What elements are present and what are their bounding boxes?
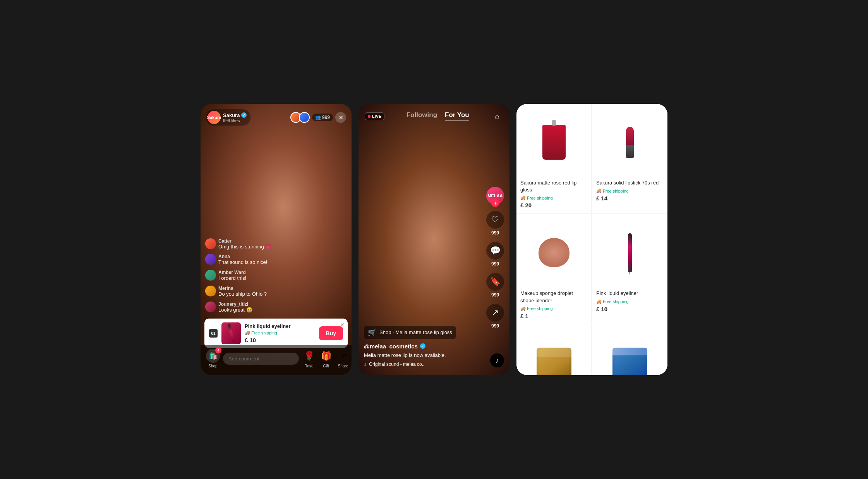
share-icon: ↗ (336, 349, 350, 363)
tab-following[interactable]: Following (407, 111, 437, 121)
live-indicator: LIVE (365, 112, 384, 120)
product-image-5 (520, 330, 587, 375)
comment-action[interactable]: 💬 999 (486, 242, 504, 267)
chat-bubble-4: Merina Do you ship to Ohio ? (218, 286, 347, 298)
chat-bubble-3: Amber Ward I orderd this! (218, 270, 347, 282)
product-price-4: £ 10 (596, 306, 663, 312)
bookmark-action[interactable]: 🔖 999 (486, 273, 504, 298)
product-image-live (221, 322, 241, 344)
product-price-live: £ 10 (245, 337, 315, 343)
chat-text-2: That sound is so nice! (218, 259, 347, 266)
search-icon: ⌕ (495, 112, 499, 121)
product-info-live: Pink liquid eyeliner 🚚 Free shipping £ 1… (245, 323, 315, 343)
share-action[interactable]: ↗ 999 (486, 304, 504, 329)
product-item-6[interactable]: Advanced snail 96 mucin power essence 🚚 … (592, 325, 667, 375)
viewer-thumb-2 (299, 112, 310, 123)
live-creator-avatar: Sakura (208, 111, 221, 124)
product-image-3 (520, 219, 587, 286)
sound-text: Original sound - melaa co.. (369, 362, 424, 367)
shop-button[interactable]: 🛍️ 4 Shop (206, 349, 220, 368)
gift-button[interactable]: 🎁 Gift (319, 349, 333, 368)
feed-panel: LIVE Following For You ⌕ MELAA + ♡ 999 (359, 104, 509, 375)
product-number: 01 (209, 329, 218, 338)
product-name-3: Makeup sponge droplet shape blender (520, 290, 587, 304)
feed-tabs: Following For You (384, 111, 491, 121)
feed-creator: @melaa_cosmetics ✓ (364, 343, 471, 350)
search-button[interactable]: ⌕ (491, 110, 503, 122)
verified-icon: ✓ (241, 112, 247, 118)
live-dot (368, 115, 371, 118)
live-creator-info[interactable]: Sakura Sakura ✓ 999 likes (206, 109, 250, 126)
truck-icon: 🚚 (245, 330, 250, 335)
feed-header: LIVE Following For You ⌕ (359, 104, 509, 126)
chat-name-2: Anna (218, 254, 347, 259)
shop-banner-text: Shop · Mella matte rose lip gloss (379, 329, 452, 335)
product-name-4: Pink liquid eyeliner (596, 290, 663, 297)
chat-text-5: Looks great 😅 (218, 307, 347, 314)
shop-banner-icon: 🛒 (368, 328, 376, 337)
product-item-4[interactable]: Pink liquid eyeliner 🚚 Free shipping £ 1… (592, 214, 667, 324)
product-item-5[interactable]: Advanced golden ages essence 🚚 Free ship… (516, 325, 592, 375)
chat-name-5: Jounery_titizi (218, 302, 347, 307)
product-item-2[interactable]: Sakura solid lipstick 70s red 🚚 Free shi… (592, 104, 667, 214)
eyeliner-product-img (227, 324, 235, 343)
creator-verified-icon: ✓ (420, 343, 425, 349)
shop-banner[interactable]: 🛒 Shop · Mella matte rose lip gloss (364, 326, 456, 339)
product-item-3[interactable]: Makeup sponge droplet shape blender 🚚 Fr… (516, 214, 592, 324)
product-image-2 (596, 109, 663, 176)
product-shipping-4: 🚚 Free shipping (596, 299, 663, 304)
live-product-card: ✕ 01 Pink liquid eyeliner 🚚 Free shippin… (204, 319, 348, 348)
shop-panel: Sakura matte rose red lip gloss 🚚 Free s… (516, 104, 667, 375)
product-shipping-1: 🚚 Free shipping (520, 195, 587, 200)
screen-container: Sakura Sakura ✓ 999 likes 👥 999 (193, 96, 675, 383)
chat-bubble-2: Anna That sound is so nice! (218, 254, 347, 266)
product-name-live: Pink liquid eyeliner (245, 323, 315, 329)
viewer-thumbnails (290, 112, 310, 123)
product-item-1[interactable]: Sakura matte rose red lip gloss 🚚 Free s… (516, 104, 592, 214)
product-price-2: £ 14 (596, 195, 663, 202)
follow-plus-icon: + (491, 199, 499, 207)
truck-icon-3: 🚚 (520, 306, 526, 311)
chat-avatar-3 (205, 270, 216, 281)
chat-message: Anna That sound is so nice! (205, 254, 347, 266)
rose-icon: 🌹 (302, 349, 316, 363)
lip-gloss-img (542, 125, 566, 160)
live-toolbar: 🛍️ 4 Shop 🌹 Rose 🎁 Gift ↗ Share (201, 345, 352, 375)
share-count: 999 (491, 323, 499, 329)
tab-for-you[interactable]: For You (445, 111, 469, 121)
chat-text-1: Omg this is stunning 💗 (218, 244, 347, 250)
blue-cream-img (612, 348, 647, 375)
heart-icon: ♡ (486, 211, 504, 229)
product-card-close[interactable]: ✕ (340, 322, 345, 328)
comment-icon: 💬 (486, 242, 504, 260)
gift-icon: 🎁 (319, 349, 333, 363)
truck-icon-2: 🚚 (596, 188, 602, 193)
viewers-badge: 👥 999 (312, 114, 333, 121)
chat-message: Jounery_titizi Looks great 😅 (205, 302, 347, 314)
chat-avatar-5 (205, 302, 216, 312)
rose-button[interactable]: 🌹 Rose (302, 349, 316, 368)
buy-button[interactable]: Buy (319, 326, 343, 340)
chat-text-3: I orderd this! (218, 275, 347, 282)
product-grid: Sakura matte rose red lip gloss 🚚 Free s… (516, 104, 667, 375)
feed-side-actions: MELAA + ♡ 999 💬 999 🔖 999 ↗ 999 (486, 187, 504, 329)
tiktok-logo: ♪ (490, 353, 504, 367)
chat-message: Merina Do you ship to Ohio ? (205, 286, 347, 298)
live-likes-count: 999 likes (223, 118, 247, 123)
creator-follow-button[interactable]: MELAA + (486, 187, 504, 205)
chat-avatar-4 (205, 286, 216, 296)
comment-input[interactable] (223, 353, 299, 365)
chat-name-4: Merina (218, 286, 347, 291)
close-button[interactable]: ✕ (335, 112, 346, 123)
chat-bubble-5: Jounery_titizi Looks great 😅 (218, 302, 347, 314)
chat-area: Catier Omg this is stunning 💗 Anna That … (201, 238, 352, 329)
product-free-shipping: 🚚 Free shipping (245, 330, 315, 335)
chat-avatar-1 (205, 238, 216, 249)
like-action[interactable]: ♡ 999 (486, 211, 504, 236)
share-button[interactable]: ↗ Share (336, 349, 350, 368)
chat-bubble-1: Catier Omg this is stunning 💗 (218, 238, 347, 250)
rose-label: Rose (304, 364, 313, 368)
music-icon: ♪ (364, 361, 367, 367)
bookmark-count: 999 (491, 292, 499, 298)
truck-icon-4: 🚚 (596, 299, 602, 304)
